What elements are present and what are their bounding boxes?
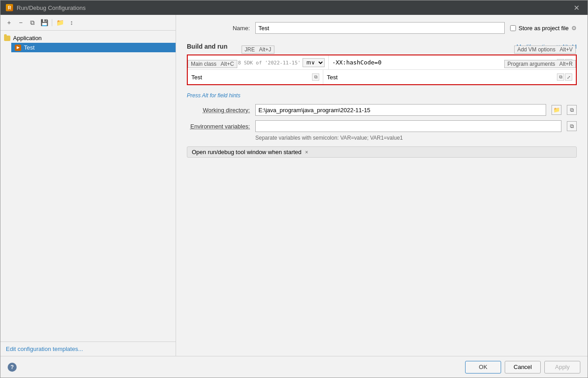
mainclass-progargs-row: Main class Alt+C ⧉ Program arguments	[188, 70, 576, 84]
app-icon: R	[6, 4, 13, 11]
toolbar-separator	[52, 19, 52, 26]
jre-vm-row: JRE Alt+J java 8 java 8 SDK of '2022-11-…	[188, 55, 576, 70]
vm-options-input[interactable]	[332, 59, 555, 66]
config-tree: Application ▶ Test	[0, 31, 176, 342]
open-tool-chip-label: Open run/debug tool window when started	[192, 149, 302, 155]
working-dir-folder-button[interactable]: 📁	[552, 105, 561, 115]
env-vars-label: Environment variables:	[187, 123, 250, 130]
progargs-expand-icon[interactable]: ⤢	[565, 73, 572, 81]
close-button[interactable]: ✕	[571, 3, 582, 13]
save-config-button[interactable]: 💾	[39, 18, 49, 27]
folder-icon	[4, 36, 10, 41]
store-project-file-row: Store as project file ⚙	[510, 25, 577, 32]
progargs-copy-icon[interactable]: ⧉	[557, 73, 564, 81]
modify-options-link[interactable]: Modify options ∨ Alt+M	[516, 43, 577, 50]
main-class-input[interactable]	[191, 74, 310, 81]
open-tool-chip: Open run/debug tool window when started …	[187, 146, 577, 158]
working-dir-input[interactable]	[255, 104, 546, 116]
build-run-box: JRE Alt+J java 8 java 8 SDK of '2022-11-…	[187, 55, 577, 85]
mainclass-cell-icons: ⧉	[312, 73, 319, 81]
tree-children: ▶ Test	[0, 43, 176, 52]
main-panel: Name: Store as project file ⚙ Build and …	[176, 15, 588, 356]
content-area: + − ⧉ 💾 📁 ↕ Application ▶	[0, 15, 588, 356]
env-vars-hint: Separate variables with semicolon: VAR=v…	[187, 135, 577, 141]
application-group-label: Application	[13, 35, 42, 41]
cancel-button[interactable]: Cancel	[505, 361, 541, 373]
sidebar-bottom: Edit configuration templates...	[0, 342, 176, 356]
mainclass-copy-icon[interactable]: ⧉	[312, 73, 319, 81]
sidebar: + − ⧉ 💾 📁 ↕ Application ▶	[0, 15, 176, 356]
bottom-bar: ? OK Cancel Apply	[0, 356, 588, 378]
copy-config-button[interactable]: ⧉	[27, 18, 37, 27]
build-run-title: Build and run	[187, 43, 227, 50]
working-dir-label: Working directory:	[187, 107, 250, 114]
vm-copy-icon[interactable]: ⧉	[557, 59, 564, 66]
field-hints-text: Press Alt for field hints	[187, 92, 577, 99]
vm-cell-icons: ⧉ ⤢	[557, 59, 572, 66]
store-project-file-label: Store as project file	[519, 25, 569, 32]
java-version-text: java 8 java 8 SDK of '2022-11-15'	[191, 59, 301, 66]
tree-item-test[interactable]: ▶ Test	[11, 43, 176, 52]
run-debug-dialog: R Run/Debug Configurations ✕ + − ⧉ 💾 📁 ↕	[0, 0, 588, 378]
ok-button[interactable]: OK	[465, 361, 501, 373]
apply-button[interactable]: Apply	[544, 361, 580, 373]
help-button[interactable]: ?	[8, 363, 17, 372]
bottom-right: OK Cancel Apply	[465, 361, 580, 373]
title-bar-left: R Run/Debug Configurations	[6, 4, 86, 11]
env-vars-input[interactable]	[255, 120, 561, 132]
store-project-file-checkbox[interactable]	[510, 25, 516, 31]
open-tool-chip-close[interactable]: ×	[305, 149, 308, 155]
main-class-cell: Main class Alt+C ⧉	[188, 70, 323, 84]
sdk-dropdown[interactable]: m∨	[303, 58, 325, 67]
vm-expand-icon[interactable]: ⤢	[565, 59, 572, 66]
java-icon: ▶	[15, 45, 21, 51]
env-vars-row: Environment variables: ⧉	[187, 120, 577, 132]
prog-args-cell: Program arguments Alt+R ⧉ ⤢	[323, 70, 576, 84]
remove-config-button[interactable]: −	[16, 18, 26, 27]
folder-config-button[interactable]: 📁	[55, 18, 65, 27]
sidebar-toolbar: + − ⧉ 💾 📁 ↕	[0, 15, 176, 31]
edit-templates-link[interactable]: Edit configuration templates...	[6, 346, 83, 352]
add-config-button[interactable]: +	[4, 18, 14, 27]
dialog-title: Run/Debug Configurations	[17, 5, 86, 11]
tree-item-application[interactable]: Application	[0, 33, 176, 43]
prog-args-input[interactable]	[327, 74, 555, 81]
name-input[interactable]	[255, 22, 505, 34]
env-vars-edit-button[interactable]: ⧉	[567, 121, 577, 131]
working-dir-macro-button[interactable]: ⧉	[567, 105, 577, 115]
name-row: Name: Store as project file ⚙	[187, 22, 577, 34]
tree-group-application: Application ▶ Test	[0, 32, 176, 53]
gear-icon[interactable]: ⚙	[571, 25, 577, 32]
test-item-label: Test	[24, 44, 35, 51]
add-vm-cell: Add VM options Alt+V ⧉ ⤢	[328, 55, 576, 69]
working-dir-row: Working directory: 📁 ⧉	[187, 104, 577, 116]
bottom-left: ?	[8, 363, 20, 372]
name-label: Name:	[187, 25, 250, 32]
jre-cell: JRE Alt+J java 8 java 8 SDK of '2022-11-…	[188, 55, 328, 69]
sort-config-button[interactable]: ↕	[67, 18, 77, 27]
build-run-header: Build and run Modify options ∨ Alt+M	[187, 43, 577, 50]
title-bar: R Run/Debug Configurations ✕	[0, 0, 588, 15]
progargs-cell-icons: ⧉ ⤢	[557, 73, 572, 81]
